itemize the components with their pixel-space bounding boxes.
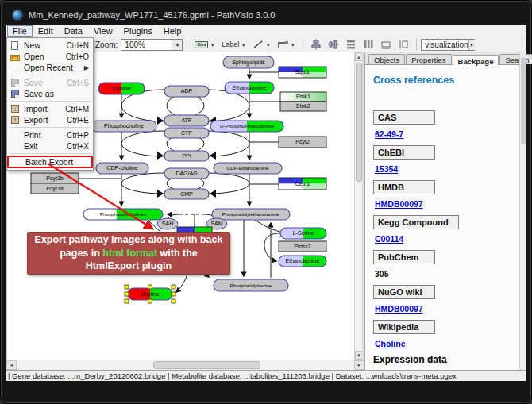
selection-handle[interactable]: [172, 285, 175, 289]
selection-handle[interactable]: [172, 292, 175, 296]
pathway-node-cdp-ethanolamine[interactable]: CDP-Ethanolamine: [214, 163, 282, 174]
menubar-item-data[interactable]: Data: [59, 25, 88, 37]
common-height-button[interactable]: [396, 38, 411, 51]
pathway-node-ppi[interactable]: PPi: [164, 151, 209, 161]
menu-item-save[interactable]: SaveCtrl+S: [7, 77, 93, 88]
node-label: SAH: [162, 221, 173, 226]
pathway-node-ptdss2[interactable]: Ptdss2: [279, 241, 326, 252]
chevron-down-icon[interactable]: ▼: [241, 42, 246, 48]
pathway-node-phosphatidylethanolamine[interactable]: Phosphatidylethanolamine: [212, 209, 290, 220]
menu-separator: [10, 153, 91, 154]
menu-item-batch-export[interactable]: Batch Export: [7, 156, 93, 168]
selection-handle[interactable]: [172, 299, 175, 303]
arrowhead: [210, 152, 216, 160]
crossref-link[interactable]: 62-49-7: [375, 129, 511, 139]
pathway-node-choline-top[interactable]: Choline: [98, 83, 145, 94]
pathway-node-choline-selected[interactable]: Choline: [125, 285, 175, 303]
pathway-node-sah[interactable]: SAH: [157, 218, 178, 229]
crossref-link[interactable]: Choline: [375, 339, 511, 348]
menubar-item-help[interactable]: Help: [158, 25, 187, 37]
zoom-combobox[interactable]: 100% ▼: [121, 39, 183, 51]
pathway-node-pcyt1b[interactable]: Pcyt1b: [31, 173, 79, 183]
menu-item-export[interactable]: ↑ExportCtrl+E: [7, 114, 93, 125]
selection-handle[interactable]: [148, 299, 152, 303]
menu-item-open-recent[interactable]: Open Recent▶: [7, 62, 93, 73]
scroll-right-icon[interactable]: ►: [354, 360, 364, 370]
crossref-link[interactable]: HMDB00097: [375, 199, 511, 209]
chevron-down-icon[interactable]: ▼: [290, 42, 295, 48]
pathway-node-l-serine[interactable]: L-Serine: [280, 228, 326, 239]
backpage-section-header: CAS: [373, 110, 435, 125]
canvas-horizontal-scrollbar[interactable]: ◄ ►: [6, 360, 364, 370]
pathway-node-cmp[interactable]: CMP: [164, 189, 209, 199]
visualization-combobox[interactable]: visualization ▼: [421, 39, 475, 51]
scrollbar-thumb[interactable]: [153, 361, 260, 369]
pathway-node-phosphatidylcholines[interactable]: Phosphatidylcholines: [83, 209, 163, 220]
pathway-node-ctp[interactable]: CTP: [164, 128, 209, 138]
panel-scrollbar[interactable]: [519, 52, 526, 381]
align-center-x-button[interactable]: [309, 38, 323, 51]
title-bar[interactable]: Mm_Kennedy_pathway_WP1771_45176.gpml - P…: [6, 6, 526, 25]
scrollbar-thumb[interactable]: [356, 63, 362, 182]
selection-handle[interactable]: [125, 292, 129, 296]
align-center-y-button[interactable]: [326, 38, 341, 51]
scrollbar-thumb[interactable]: [521, 57, 526, 144]
pathway-node-phosphatidylserine[interactable]: Phosphatidylserine: [214, 279, 288, 291]
menu-item-new[interactable]: NewCtrl+N: [7, 40, 93, 51]
pathway-node-o-phosphoethanolamine[interactable]: O-Phosphoethanolamine: [210, 121, 283, 132]
pathway-node-ethanolamine-2[interactable]: Ethanolamine: [279, 256, 326, 267]
arrowhead: [157, 190, 164, 198]
chevron-down-icon[interactable]: ▼: [468, 40, 475, 50]
menu-bar: FileEditDataViewPluginsHelp: [6, 25, 526, 37]
menubar-item-edit[interactable]: Edit: [33, 25, 59, 37]
pathway-node-adp[interactable]: ADP: [164, 86, 209, 97]
menu-item-exit[interactable]: ExitCtrl+X: [7, 140, 93, 152]
crossref-link[interactable]: HMDB00097: [375, 304, 511, 314]
node-label: Ethanolamine: [233, 85, 267, 90]
pathway-node-phosphocholine[interactable]: Phosphocholine: [91, 121, 156, 132]
pathway-node-pcyt2[interactable]: Pcyt2: [279, 137, 326, 148]
canvas-vertical-scrollbar[interactable]: ▲ ▼: [354, 52, 362, 360]
common-width-button[interactable]: [379, 38, 393, 51]
menu-item-import[interactable]: ↓ImportCtrl+M: [7, 103, 93, 114]
menubar-item-view[interactable]: View: [88, 25, 118, 37]
tab-objects[interactable]: Objects: [368, 54, 405, 64]
menu-item-save-as[interactable]: Save as: [7, 88, 93, 99]
selection-handle[interactable]: [148, 285, 152, 289]
arrowhead: [210, 190, 216, 198]
stack-vertical-button[interactable]: [344, 38, 358, 51]
crossref-link[interactable]: 15354: [375, 164, 511, 174]
menubar-item-file[interactable]: File: [7, 25, 33, 37]
crossref-link[interactable]: C00114: [375, 234, 511, 244]
connector-tool-button[interactable]: ▼: [276, 38, 297, 51]
datanode-tool-button[interactable]: Gna ▼: [193, 38, 217, 51]
pathway-node-pcyt1a[interactable]: Pcyt1a: [31, 183, 79, 194]
pathway-node-ethanolamine-1[interactable]: Ethanolamine: [225, 82, 274, 94]
chevron-down-icon[interactable]: ▼: [172, 40, 182, 50]
tab-backpage[interactable]: Backpage: [453, 55, 499, 65]
tab-properties[interactable]: Properties: [406, 54, 451, 64]
menubar-item-plugins[interactable]: Plugins: [118, 25, 158, 37]
menu-item-print[interactable]: PrintCtrl+P: [7, 129, 93, 140]
pathway-node-etnk1[interactable]: Etnk1: [280, 92, 326, 102]
menu-item-open[interactable]: OpenCtrl+O: [7, 51, 93, 62]
pathway-node-cdp-choline[interactable]: CDP-choline: [96, 163, 148, 174]
line-tool-button[interactable]: ▼: [251, 38, 272, 51]
node-label: CTP: [181, 130, 192, 136]
pathway-node-etnk2[interactable]: Etnk2: [280, 102, 326, 111]
node-label: CDP-Ethanolamine: [227, 165, 270, 171]
pathway-node-dag-ag[interactable]: DAG/AG: [164, 168, 209, 179]
selection-handle[interactable]: [125, 285, 129, 289]
scroll-left-icon[interactable]: ◄: [6, 360, 17, 370]
pathway-node-cept1[interactable]: Cept1: [279, 178, 326, 190]
menu-separator: [10, 75, 91, 75]
pathway-node-sphingolipids[interactable]: Sphingolipids: [223, 56, 274, 68]
stack-horizontal-button[interactable]: [361, 38, 376, 51]
pathway-node-sgpl1[interactable]: Sgpl1: [279, 67, 326, 78]
chevron-down-icon[interactable]: ▼: [210, 42, 215, 48]
chevron-down-icon[interactable]: ▼: [265, 42, 271, 48]
selection-handle[interactable]: [125, 299, 129, 303]
pathway-node-atp[interactable]: ATP: [164, 115, 209, 126]
label-tool-button[interactable]: Label ▼: [220, 38, 248, 51]
tab-search[interactable]: Search: [499, 54, 532, 64]
